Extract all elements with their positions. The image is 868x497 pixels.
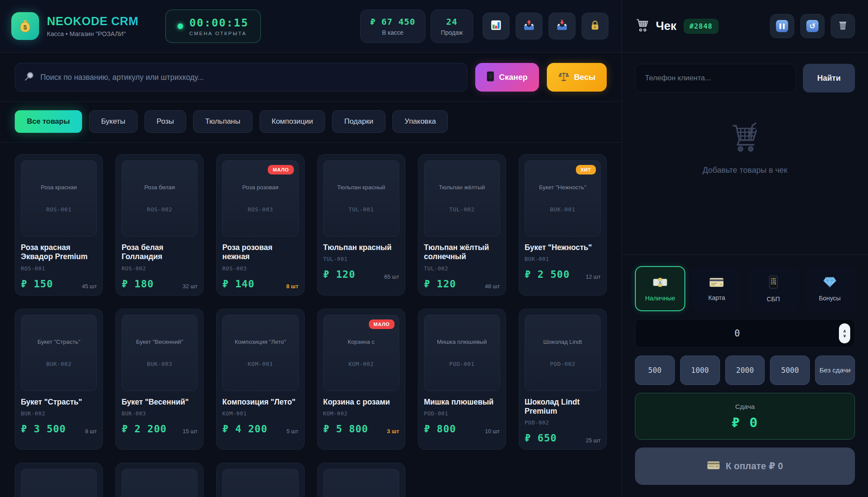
cash-amount-box: ∧∨ <box>635 319 855 348</box>
inbox-tray-icon <box>556 19 568 33</box>
cart-icon <box>635 18 650 34</box>
bar-chart-icon <box>490 19 502 33</box>
product-card[interactable]: МАЛО Корзина с КОМ-002 Корзина с розами … <box>317 309 405 450</box>
product-card-partial[interactable] <box>216 463 304 497</box>
product-card-partial[interactable] <box>15 463 103 497</box>
quick-cash-exact[interactable]: Без сдачи <box>815 355 855 385</box>
lock-shift-button[interactable] <box>582 13 608 39</box>
product-card[interactable]: Роза белая ROS-002 Роза белая Голландия … <box>115 154 204 296</box>
shift-status-label: СМЕНА ОТКРЫТА <box>189 31 248 36</box>
cash-out-button[interactable] <box>549 13 575 39</box>
quick-cash-5000[interactable]: 5000 <box>770 355 810 385</box>
money-bag-icon: $ <box>11 12 39 40</box>
app-title: NEOKODE CRM <box>47 15 138 28</box>
amount-stepper[interactable]: ∧∨ <box>839 323 850 343</box>
clear-receipt-button[interactable] <box>831 14 855 38</box>
tab-compositions[interactable]: Композиции <box>260 110 326 133</box>
reports-button[interactable] <box>483 13 510 39</box>
trash-icon <box>837 20 848 33</box>
stat-sales-value: 24 <box>446 16 457 27</box>
customer-row: Найти <box>622 53 868 92</box>
search-box <box>15 63 467 92</box>
product-card[interactable]: Тюльпан жёлтый TUL-002 Тюльпан жёлтый со… <box>418 154 506 296</box>
scanner-button[interactable]: Сканер <box>475 63 539 92</box>
payment-methods: $ Наличные Карта СБП <box>635 266 855 311</box>
pay-button[interactable]: К оплате ₽ 0 <box>635 448 855 485</box>
customer-phone-input[interactable] <box>635 64 796 92</box>
quick-cash-1000[interactable]: 1000 <box>680 355 720 385</box>
pay-card-icon <box>707 460 720 473</box>
receipt-title: Чек <box>656 20 677 33</box>
payment-method-bonus[interactable]: Бонусы <box>805 266 855 311</box>
topbar: $ NEOKODE CRM Касса • Магазин "РОЗАЛИ" 0… <box>0 0 621 53</box>
stat-sales-label: Продаж <box>441 29 463 36</box>
low-stock-badge: МАЛО <box>369 319 395 329</box>
stat-cash-value: ₽ 67 450 <box>370 16 415 27</box>
find-customer-button[interactable]: Найти <box>803 64 855 92</box>
quick-cash-2000[interactable]: 2000 <box>725 355 765 385</box>
change-value: ₽ 0 <box>732 415 759 430</box>
stat-cash: ₽ 67 450 В кассе <box>360 10 425 43</box>
diamond-icon <box>823 276 837 290</box>
quick-cash-row: 500 1000 2000 5000 Без сдачи <box>635 355 855 385</box>
stat-sales: 24 Продаж <box>431 10 473 43</box>
hit-badge: ХИТ <box>576 165 596 174</box>
empty-cart-text: Добавьте товары в чек <box>703 165 787 175</box>
outbox-tray-icon <box>523 19 535 33</box>
payment-section: $ Наличные Карта СБП <box>622 254 868 497</box>
payment-method-sbp[interactable]: СБП <box>748 266 799 311</box>
change-label: Сдача <box>735 403 755 411</box>
scale-icon <box>558 71 569 84</box>
change-box: Сдача ₽ 0 <box>635 393 855 440</box>
product-card[interactable]: Шоколад Lindt POD-002 Шоколад Lindt Prem… <box>519 309 607 450</box>
shift-time: 00:00:15 <box>189 16 248 29</box>
search-input[interactable] <box>40 73 458 82</box>
scale-button[interactable]: Весы <box>547 63 607 92</box>
product-card[interactable]: Тюльпан красный TUL-001 Тюльпан красный … <box>317 154 405 296</box>
sbp-phone-icon <box>769 275 778 291</box>
cash-amount-input[interactable] <box>635 319 839 347</box>
product-card-partial[interactable] <box>115 463 204 497</box>
shift-timer: 00:00:15 СМЕНА ОТКРЫТА <box>165 10 261 43</box>
return-button[interactable]: ↺ <box>800 14 825 38</box>
product-card[interactable]: МАЛО Роза розовая ROS-003 Роза розовая н… <box>216 154 304 296</box>
cash-in-button[interactable] <box>516 13 542 39</box>
product-grid: Роза красная ROS-001 Роза красная Эквадо… <box>0 143 621 497</box>
shift-status-dot <box>178 23 183 29</box>
tab-packaging[interactable]: Упаковка <box>392 110 448 133</box>
empty-cart-icon <box>727 121 763 155</box>
category-tabs: Все товары Букеты Розы Тюльпаны Композиц… <box>0 102 621 143</box>
search-icon <box>24 71 34 83</box>
product-card[interactable]: Букет "Весенний" BUK-003 Букет "Весенний… <box>115 309 204 450</box>
search-row: Сканер Весы <box>0 53 621 102</box>
pause-icon <box>776 20 788 32</box>
payment-method-card[interactable]: Карта <box>691 266 742 311</box>
product-card[interactable]: Роза красная ROS-001 Роза красная Эквадо… <box>15 154 103 296</box>
product-card[interactable]: Букет "Страсть" BUK-002 Букет "Страсть" … <box>15 309 103 450</box>
tab-all-products[interactable]: Все товары <box>15 110 82 133</box>
tab-gifts[interactable]: Подарки <box>332 110 385 133</box>
brand: $ NEOKODE CRM Касса • Магазин "РОЗАЛИ" <box>11 12 138 40</box>
return-arrow-icon: ↺ <box>806 20 819 32</box>
product-card[interactable]: Композиция "Лето" КОМ-001 Композиция "Ле… <box>216 309 304 450</box>
main-area: $ NEOKODE CRM Касса • Магазин "РОЗАЛИ" 0… <box>0 0 621 497</box>
product-card-partial[interactable] <box>317 463 405 497</box>
tab-bouquets[interactable]: Букеты <box>89 110 138 133</box>
hold-receipt-button[interactable] <box>770 14 794 38</box>
stat-cash-label: В кассе <box>382 29 403 36</box>
barcode-scanner-icon <box>487 71 494 84</box>
lock-icon <box>589 20 601 33</box>
quick-cash-500[interactable]: 500 <box>635 355 675 385</box>
pos-app: $ NEOKODE CRM Касса • Магазин "РОЗАЛИ" 0… <box>0 0 868 497</box>
credit-card-icon <box>709 276 724 290</box>
receipt-panel: Чек #2848 ↺ Найти <box>621 0 868 497</box>
cash-icon: $ <box>652 276 668 290</box>
tab-tulips[interactable]: Тюльпаны <box>193 110 253 133</box>
payment-method-cash[interactable]: $ Наличные <box>635 266 685 311</box>
product-card[interactable]: ХИТ Букет "Нежность" BUK-001 Букет "Нежн… <box>519 154 607 296</box>
tab-roses[interactable]: Розы <box>145 110 186 133</box>
svg-text:$: $ <box>659 280 661 284</box>
receipt-header: Чек #2848 ↺ <box>622 0 868 53</box>
product-card[interactable]: Мишка плюшевый POD-001 Мишка плюшевый PO… <box>418 309 506 450</box>
header-actions <box>483 13 608 39</box>
